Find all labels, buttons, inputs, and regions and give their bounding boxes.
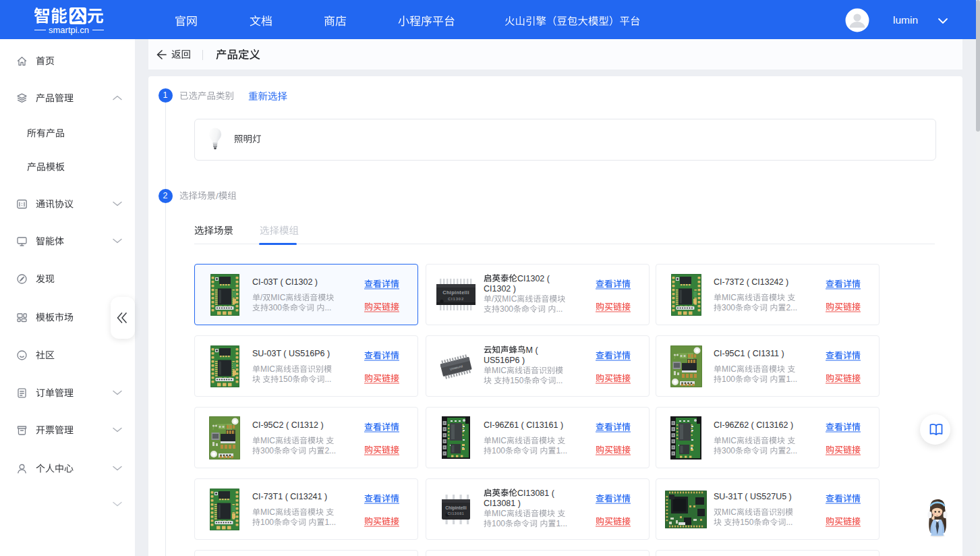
svg-text:CI1302 (: CI1302 ( bbox=[517, 273, 550, 283]
svg-text:MIC: MIC bbox=[722, 364, 737, 374]
svg-text:CI13081 ): CI13081 ) bbox=[484, 498, 521, 507]
svg-text:MIC: MIC bbox=[260, 507, 275, 517]
svg-text:...: ... bbox=[324, 303, 331, 312]
svg-text:/: / bbox=[216, 191, 219, 201]
svg-text:CI1302 ): CI1302 ) bbox=[484, 283, 516, 293]
svg-text:2...: 2... bbox=[786, 446, 797, 455]
svg-text:US516P6 ): US516P6 ) bbox=[484, 355, 525, 364]
svg-text:CI-73T2 ( CI13242 ): CI-73T2 ( CI13242 ) bbox=[714, 277, 788, 286]
svg-text:150: 150 bbox=[510, 376, 523, 385]
svg-text:/: / bbox=[260, 293, 263, 302]
svg-text:MIC: MIC bbox=[260, 364, 275, 374]
svg-text:CI-03T ( CI1302 ): CI-03T ( CI1302 ) bbox=[252, 277, 318, 286]
svg-text:...: ... bbox=[324, 374, 331, 384]
svg-text:1...: 1... bbox=[786, 374, 797, 384]
svg-text:CI-95C1 ( CI1311 ): CI-95C1 ( CI1311 ) bbox=[714, 348, 784, 358]
svg-text:300: 300 bbox=[268, 303, 282, 312]
svg-text:100: 100 bbox=[260, 518, 274, 527]
svg-text:SU-31T ( US527U5 ): SU-31T ( US527U5 ) bbox=[714, 491, 792, 501]
svg-text:100: 100 bbox=[722, 374, 735, 384]
svg-text:MIC: MIC bbox=[492, 436, 507, 445]
svg-text:...: ... bbox=[786, 518, 792, 527]
svg-text:150: 150 bbox=[740, 518, 753, 527]
svg-text:Chipintelli: Chipintelli bbox=[442, 289, 469, 296]
svg-text:CI13081: CI13081 bbox=[447, 511, 464, 516]
svg-text:150: 150 bbox=[279, 374, 292, 384]
svg-text:SU-03T ( US516P6 ): SU-03T ( US516P6 ) bbox=[252, 348, 330, 358]
svg-text:...: ... bbox=[556, 304, 563, 314]
svg-text:1...: 1... bbox=[556, 446, 567, 455]
svg-text:Chipintelli: Chipintelli bbox=[445, 505, 467, 511]
svg-text:M (: M ( bbox=[525, 345, 538, 354]
svg-text:300: 300 bbox=[722, 303, 735, 312]
svg-text:/: / bbox=[492, 294, 494, 304]
svg-text:2...: 2... bbox=[324, 446, 336, 455]
svg-text:MIC: MIC bbox=[492, 509, 507, 518]
svg-text:CI1302: CI1302 bbox=[447, 297, 463, 301]
svg-text:1...: 1... bbox=[556, 519, 567, 528]
svg-text:MIC: MIC bbox=[722, 507, 737, 517]
svg-text:MIC: MIC bbox=[270, 293, 285, 302]
svg-text:CI-96Z61 ( CI13161 ): CI-96Z61 ( CI13161 ) bbox=[484, 420, 563, 429]
svg-text:100: 100 bbox=[492, 446, 505, 455]
svg-text:CI13081 (: CI13081 ( bbox=[517, 488, 554, 497]
svg-text:MIC: MIC bbox=[492, 366, 507, 375]
svg-text:MIC: MIC bbox=[722, 436, 737, 445]
svg-text:MIC: MIC bbox=[722, 293, 737, 302]
svg-text:CI-73T1 ( CI13241 ): CI-73T1 ( CI13241 ) bbox=[252, 491, 327, 501]
svg-text:300: 300 bbox=[500, 304, 513, 314]
svg-text:2...: 2... bbox=[786, 303, 797, 312]
svg-text:MIC: MIC bbox=[260, 436, 275, 445]
svg-text:100: 100 bbox=[492, 519, 505, 528]
svg-text:300: 300 bbox=[722, 446, 735, 455]
svg-text:...: ... bbox=[556, 376, 563, 385]
svg-text:MIC: MIC bbox=[502, 294, 517, 304]
svg-text:CI-95C2 ( CI1312 ): CI-95C2 ( CI1312 ) bbox=[252, 420, 324, 429]
svg-text:CI-96Z62 ( CI13162 ): CI-96Z62 ( CI13162 ) bbox=[714, 420, 793, 429]
svg-text:300: 300 bbox=[260, 446, 274, 455]
svg-text:1...: 1... bbox=[324, 518, 336, 527]
